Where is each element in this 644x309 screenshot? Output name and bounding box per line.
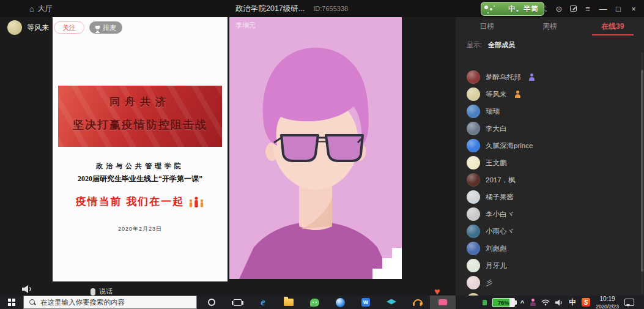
wifi-icon[interactable]	[541, 299, 550, 306]
member-row[interactable]: 久腻深海prince	[456, 137, 644, 154]
tab-online[interactable]: 在线39	[581, 17, 644, 35]
trophy-icon	[95, 26, 100, 29]
battery-indicator[interactable]: 76%	[492, 298, 515, 307]
record-icon[interactable]: ⊙	[555, 4, 563, 13]
member-avatar	[467, 173, 480, 187]
ketang-glyph	[387, 299, 396, 305]
member-name: 2017，枫	[486, 176, 516, 185]
room-id: ID:7655338	[313, 5, 348, 12]
lobby-label: 大厅	[38, 4, 53, 14]
mic-queue-button[interactable]: 排麦	[89, 21, 122, 34]
speaker-volume-icon[interactable]	[22, 285, 33, 293]
tab-daily-rank[interactable]: 日榜	[456, 17, 519, 35]
follow-button[interactable]: 关注	[54, 21, 84, 34]
tray-app-icon[interactable]	[483, 300, 487, 305]
wechat-icon[interactable]	[302, 296, 327, 309]
maximize-button[interactable]: □	[614, 4, 623, 13]
task-view-icon[interactable]	[224, 296, 250, 309]
member-row[interactable]: 小雨心ヾ	[456, 223, 644, 240]
ketang-icon[interactable]	[379, 296, 404, 309]
sidebar-tabs: 日榜周榜在线39	[456, 17, 644, 35]
ime-toolbar[interactable]: 中。半简	[481, 2, 544, 16]
member-row[interactable]: 梦醉乌托邦	[456, 69, 644, 86]
menu-icon[interactable]: ≡	[583, 4, 592, 13]
scrollbar-thumb[interactable]	[641, 70, 643, 272]
slide-banner: 同舟共济 坚决打赢疫情防控阻击战	[58, 86, 222, 147]
search-input[interactable]	[40, 299, 187, 306]
streamer-info: 等风来 关注 排麦	[7, 20, 122, 35]
member-avatar	[467, 225, 480, 238]
cortana-glyph	[208, 299, 215, 306]
active-tab-underline	[592, 34, 634, 35]
member-filter[interactable]: 显示: 全部成员	[467, 40, 515, 50]
member-avatar	[467, 242, 480, 255]
volume-icon[interactable]	[555, 299, 563, 306]
sogou-ime-icon[interactable]: S	[582, 298, 590, 307]
member-avatar	[467, 70, 480, 84]
streamer-avatar[interactable]	[7, 20, 22, 35]
member-row[interactable]: 刘彪彪	[456, 240, 644, 257]
file-explorer-icon[interactable]	[276, 296, 302, 309]
show-hidden-icons-chevron[interactable]: ^	[520, 299, 524, 307]
talk-button[interactable]: 说话	[91, 287, 113, 296]
action-center-icon[interactable]	[624, 299, 634, 306]
microphone-icon	[91, 288, 95, 296]
member-list-scrollbar[interactable]	[641, 53, 643, 294]
member-row[interactable]: 2017，枫	[456, 171, 644, 188]
search-icon	[29, 299, 36, 306]
gift-heart-icon[interactable]: ♥	[434, 288, 440, 296]
tray-person-icon[interactable]	[530, 299, 536, 307]
member-avatar	[467, 87, 480, 101]
close-button[interactable]: ×	[629, 4, 638, 13]
member-avatar	[467, 190, 480, 204]
member-row[interactable]: 瑞瑞	[456, 103, 644, 120]
home-icon: ⌂	[29, 4, 34, 13]
start-button[interactable]	[0, 296, 23, 309]
windows-logo-icon	[8, 299, 15, 306]
popout-icon[interactable]	[570, 6, 577, 12]
member-row[interactable]: 彡	[456, 274, 644, 291]
docs-icon[interactable]: W	[353, 296, 379, 309]
avatar-illustration	[229, 17, 402, 279]
member-row[interactable]: 王文鹏	[456, 154, 644, 171]
video-stage: 等风来 关注 排麦 同舟共济 坚决打赢疫情防控阻击战 政治与公共管理学院 202…	[0, 17, 456, 296]
filter-value: 全部成员	[488, 40, 515, 50]
headset-glyph	[413, 299, 422, 307]
banner-title: 同舟共济	[58, 95, 222, 109]
member-row[interactable]: 月牙儿	[456, 257, 644, 274]
member-name: 刘彪彪	[486, 244, 507, 253]
minimize-button[interactable]: —	[599, 4, 607, 13]
cortana-icon[interactable]	[199, 296, 224, 309]
member-row[interactable]: 李大白	[456, 120, 644, 137]
purple-person-badge-icon	[529, 73, 535, 81]
cheering-people-icon	[188, 196, 204, 207]
member-avatar	[467, 156, 480, 169]
headset-icon[interactable]	[404, 296, 430, 309]
member-row[interactable]: 等风来	[456, 86, 644, 103]
lobby-nav[interactable]: ⌂ 大厅	[29, 0, 53, 17]
member-name: 久腻深海prince	[486, 141, 533, 151]
edge-icon[interactable]: e	[250, 296, 276, 309]
member-row[interactable]: 李小白ヾ	[456, 206, 644, 223]
member-name: 彡	[486, 278, 493, 288]
ime-status-label: 中。半简	[508, 4, 539, 13]
tab-weekly-rank[interactable]: 周榜	[519, 17, 582, 35]
member-row[interactable]: 橘子果酱	[456, 188, 644, 206]
slide-slogan: 疫情当前 我们在一起	[76, 195, 185, 209]
wechat-glyph	[310, 299, 319, 307]
slide-school: 政治与公共管理学院	[53, 162, 228, 171]
live-app-icon[interactable]	[430, 296, 456, 309]
qq-browser-glyph	[336, 298, 345, 307]
qq-browser-icon[interactable]	[327, 296, 353, 309]
member-name: 李大白	[486, 124, 507, 133]
slide-slogan-row: 疫情当前 我们在一起	[53, 195, 228, 209]
taskbar-clock[interactable]: 10:19 2020/2/23	[596, 295, 619, 309]
title-bar: ⌂ 大厅 政治学院2017级研... ID:7655338 持模式 ⊙ ≡ — …	[0, 0, 644, 17]
member-list: 梦醉乌托邦等风来瑞瑞李大白久腻深海prince王文鹏2017，枫橘子果酱李小白ヾ…	[456, 51, 644, 296]
taskbar-search[interactable]	[23, 296, 197, 309]
slide-date: 2020年2月23日	[53, 225, 228, 233]
file-explorer-glyph	[284, 299, 294, 306]
speaker-video-tile[interactable]: 李增元	[229, 17, 402, 279]
ime-mode-indicator[interactable]: 中	[569, 297, 576, 308]
tab-label: 周榜	[542, 21, 557, 32]
